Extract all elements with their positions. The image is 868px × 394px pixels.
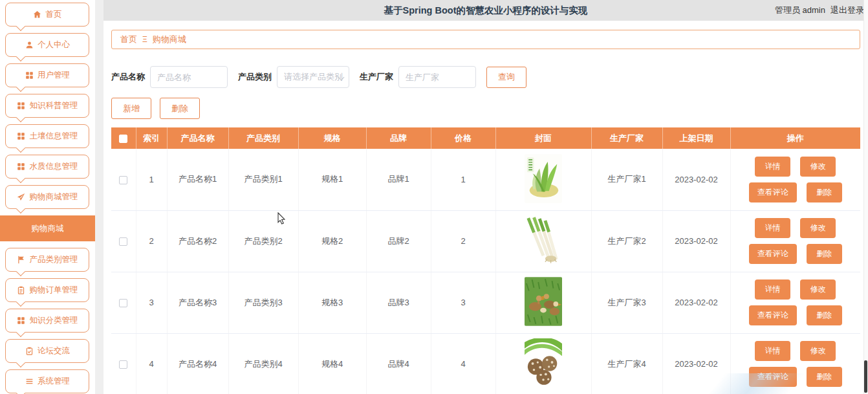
cell-spec: 规格2 xyxy=(298,210,366,272)
delete-button[interactable]: 删除 xyxy=(160,98,200,119)
cell-price: 4 xyxy=(431,333,495,394)
sidebar-item-label: 知识科普管理 xyxy=(30,100,78,111)
cell-cover xyxy=(495,149,591,210)
clipboard-check-icon xyxy=(25,347,34,356)
sidebar: 首页个人中心用户管理知识科普管理土壤信息管理水质信息管理购物商城管理购物商城产品… xyxy=(0,0,95,394)
home-icon xyxy=(33,10,42,19)
cell-category: 产品类别1 xyxy=(228,149,298,210)
cell-product-name: 产品名称4 xyxy=(167,333,228,394)
manufacturer-label: 生产厂家 xyxy=(360,71,393,83)
user-label: 管理员 admin xyxy=(775,5,825,16)
sidebar-item-label: 首页 xyxy=(46,9,62,20)
clipboard-icon xyxy=(17,286,26,295)
sidebar-scroll-track[interactable] xyxy=(95,0,103,394)
detail-button[interactable]: 详情 xyxy=(755,218,790,238)
cell-cover xyxy=(495,333,591,394)
sidebar-item[interactable]: 用户管理 xyxy=(5,63,89,87)
delete-row-button[interactable]: 删除 xyxy=(807,244,842,264)
product-name-input[interactable] xyxy=(150,66,228,88)
sidebar-item[interactable]: 系统管理 xyxy=(5,369,89,393)
delete-row-button[interactable]: 删除 xyxy=(807,367,842,387)
page-scrollbar-thumb[interactable] xyxy=(864,360,867,393)
edit-button[interactable]: 修改 xyxy=(800,157,836,177)
edit-button[interactable]: 修改 xyxy=(800,341,836,361)
cell-price: 1 xyxy=(431,149,495,210)
product-category-select[interactable]: 请选择产品类别 xyxy=(277,66,349,88)
breadcrumb: 首页 Ξ 购物商城 xyxy=(111,30,860,49)
lettuce-product-image xyxy=(525,154,562,203)
column-header: 价格 xyxy=(431,127,495,149)
breadcrumb-home-link[interactable]: 首页 xyxy=(120,34,137,45)
cell-date: 2023-02-02 xyxy=(662,210,730,272)
column-header: 产品类别 xyxy=(228,127,298,149)
cell-spec: 规格4 xyxy=(298,333,366,394)
sidebar-item[interactable]: 购物订单管理 xyxy=(5,278,89,302)
column-header: 上架日期 xyxy=(662,127,730,149)
sidebar-item[interactable]: 知识科普管理 xyxy=(5,94,89,118)
sidebar-item-label: 水质信息管理 xyxy=(30,161,78,172)
sidebar-item[interactable]: 知识分类管理 xyxy=(5,309,89,333)
row-checkbox[interactable] xyxy=(119,360,127,369)
table-row: 1产品名称1产品类别1规格1品牌11生产厂家12023-02-02详情修改查看评… xyxy=(111,149,860,210)
delete-row-button[interactable]: 删除 xyxy=(807,182,842,202)
mushroom-product-image xyxy=(525,338,562,388)
view-comments-button[interactable]: 查看评论 xyxy=(749,305,797,325)
view-comments-button[interactable]: 查看评论 xyxy=(749,182,797,202)
query-button[interactable]: 查询 xyxy=(486,67,526,88)
cell-actions: 详情修改查看评论删除 xyxy=(730,149,860,210)
add-button[interactable]: 新增 xyxy=(111,98,151,119)
sidebar-item-label: 个人中心 xyxy=(38,39,70,50)
table-row: 3产品名称3产品类别3规格3品牌33生产厂家32023-02-02详情修改查看评… xyxy=(111,272,860,333)
edit-button[interactable]: 修改 xyxy=(800,218,836,238)
edit-button[interactable]: 修改 xyxy=(800,279,836,300)
sidebar-item-label: 购物商城 xyxy=(32,223,64,234)
column-header: 产品名称 xyxy=(167,127,228,149)
cell-cover xyxy=(495,272,591,333)
row-checkbox[interactable] xyxy=(119,299,127,307)
product-category-select-value: 请选择产品类别 xyxy=(284,71,343,83)
cell-actions: 详情修改查看评论删除 xyxy=(730,272,860,333)
column-header: 操作 xyxy=(730,127,860,149)
sidebar-item[interactable]: 首页 xyxy=(5,3,89,27)
sidebar-item[interactable]: 购物商城管理 xyxy=(5,185,89,209)
grid-icon xyxy=(17,102,26,111)
product-table: 索引产品名称产品类别规格品牌价格封面生产厂家上架日期操作 1产品名称1产品类别1… xyxy=(111,127,860,394)
row-checkbox[interactable] xyxy=(119,176,127,184)
product-category-label: 产品类别 xyxy=(238,71,272,83)
ducks-product-image xyxy=(525,277,562,326)
cell-date: 2023-02-02 xyxy=(662,272,730,333)
manufacturer-input[interactable] xyxy=(398,66,476,88)
detail-button[interactable]: 详情 xyxy=(755,279,790,300)
row-checkbox[interactable] xyxy=(119,237,127,246)
cell-manufacturer: 生产厂家3 xyxy=(591,272,662,333)
cell-product-name: 产品名称3 xyxy=(167,272,228,333)
cell-date: 2023-02-02 xyxy=(662,149,730,210)
cell-index: 1 xyxy=(136,149,167,210)
sidebar-item[interactable]: 土壤信息管理 xyxy=(5,124,89,148)
product-table-wrap: 索引产品名称产品类别规格品牌价格封面生产厂家上架日期操作 1产品名称1产品类别1… xyxy=(111,127,860,394)
column-header: 品牌 xyxy=(366,127,431,149)
sidebar-item[interactable]: 产品类别管理 xyxy=(5,248,89,272)
cell-price: 2 xyxy=(431,210,495,272)
cell-index: 3 xyxy=(136,272,167,333)
select-all-checkbox[interactable] xyxy=(119,135,127,143)
sidebar-item[interactable]: 水质信息管理 xyxy=(5,155,89,179)
cell-manufacturer: 生产厂家2 xyxy=(591,210,662,272)
view-comments-button[interactable]: 查看评论 xyxy=(749,244,797,264)
delete-row-button[interactable]: 删除 xyxy=(807,305,842,325)
cell-index: 2 xyxy=(136,210,167,272)
grid-icon xyxy=(25,71,34,80)
search-form: 产品名称 产品类别 请选择产品类别 生产厂家 查询 xyxy=(111,66,860,88)
cell-manufacturer: 生产厂家4 xyxy=(591,333,662,394)
sidebar-item-active[interactable]: 购物商城 xyxy=(0,215,95,241)
page-scrollbar[interactable] xyxy=(863,0,868,394)
cell-index: 4 xyxy=(136,333,167,394)
cell-product-name: 产品名称1 xyxy=(167,149,228,210)
sidebar-item[interactable]: 个人中心 xyxy=(5,33,89,57)
view-comments-button[interactable]: 查看评论 xyxy=(749,367,797,387)
detail-button[interactable]: 详情 xyxy=(755,341,790,361)
cell-actions: 详情修改查看评论删除 xyxy=(730,333,860,394)
logout-link[interactable]: 退出登录 xyxy=(830,5,864,16)
sidebar-item[interactable]: 论坛交流 xyxy=(5,339,89,363)
detail-button[interactable]: 详情 xyxy=(755,157,790,177)
